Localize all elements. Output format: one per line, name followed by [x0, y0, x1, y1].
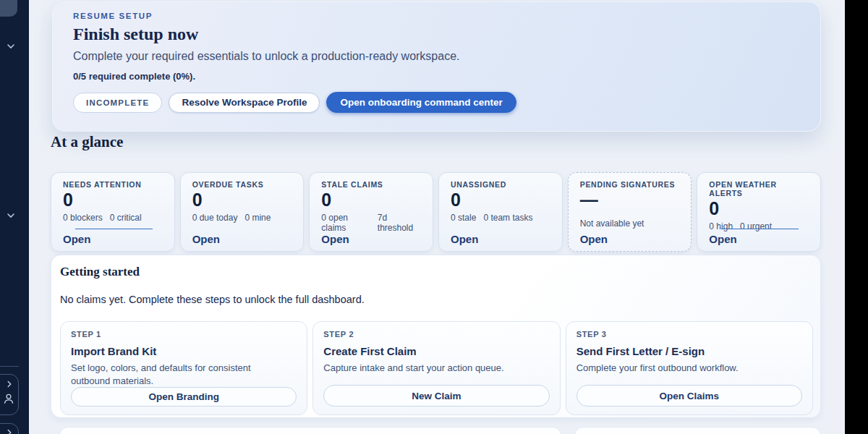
stat-card-stale-claims: STALE CLAIMS 0 0 open claims 7d threshol…: [309, 172, 433, 252]
at-a-glance-heading: At a glance: [51, 133, 123, 151]
main-content: RESUME SETUP Finish setup now Complete y…: [29, 0, 845, 434]
open-onboarding-button[interactable]: Open onboarding command center: [326, 92, 516, 113]
sparkline: [721, 229, 799, 229]
substat: 7d threshold: [378, 213, 421, 233]
stat-card-unassigned: UNASSIGNED 0 0 stale 0 team tasks Open: [438, 172, 563, 252]
step-card-send-first-letter: STEP 3 Send First Letter / E-sign Comple…: [566, 321, 813, 415]
stat-card-substats: 0 blockers 0 critical: [63, 213, 163, 223]
substat: 0 open claims: [321, 213, 370, 233]
steps-row: STEP 1 Import Brand Kit Set logo, colors…: [60, 321, 813, 415]
glance-cards-row: NEEDS ATTENTION 0 0 blockers 0 critical …: [51, 172, 821, 252]
open-link[interactable]: Open: [709, 233, 736, 245]
sidebar-user-panel[interactable]: [0, 374, 19, 415]
substat: 0 urgent: [740, 221, 772, 231]
sidebar: [0, 0, 29, 434]
step-title: Create First Claim: [323, 345, 549, 357]
stat-card-title: PENDING SIGNATURES: [580, 180, 680, 189]
sidebar-logo-block[interactable]: [0, 0, 17, 17]
sidebar-collapse-panel[interactable]: [0, 423, 19, 434]
getting-started-section: Getting started No claims yet. Complete …: [51, 255, 821, 418]
substat: Not available yet: [580, 218, 644, 229]
stat-card-substats: 0 high 0 urgent: [709, 221, 809, 231]
stat-card-value: 0: [451, 190, 550, 209]
chevron-down-icon[interactable]: [5, 41, 17, 52]
sidebar-divider: [0, 366, 19, 367]
stat-card-value: 0: [709, 199, 809, 218]
step-card-create-first-claim: STEP 2 Create First Claim Capture intake…: [312, 321, 560, 415]
stat-card-needs-attention: NEEDS ATTENTION 0 0 blockers 0 critical …: [51, 172, 175, 252]
user-icon: [2, 392, 15, 405]
step-description: Set logo, colors, and defaults for consi…: [71, 362, 288, 387]
stat-card-value: 0: [192, 190, 292, 209]
resume-setup-banner: RESUME SETUP Finish setup now Complete y…: [52, 1, 821, 132]
open-link[interactable]: Open: [321, 233, 349, 245]
open-link[interactable]: Open: [63, 233, 90, 245]
substat: 0 stale: [451, 213, 476, 223]
stat-card-value: —: [580, 190, 680, 209]
open-link[interactable]: Open: [451, 233, 478, 245]
step-description: Complete your first outbound workflow.: [576, 362, 793, 375]
stat-card-title: NEEDS ATTENTION: [63, 180, 163, 189]
substat: 0 team tasks: [483, 213, 532, 223]
step-kicker: STEP 1: [71, 330, 297, 339]
open-link[interactable]: Open: [580, 233, 608, 245]
substat: 0 mine: [244, 213, 271, 223]
resolve-workspace-profile-button[interactable]: Resolve Workspace Profile: [169, 93, 320, 113]
stat-card-value: 0: [321, 190, 421, 209]
stat-card-substats: Not available yet: [580, 218, 680, 229]
chevron-right-icon: [4, 427, 14, 434]
stat-card-title: OVERDUE TASKS: [192, 180, 292, 189]
substat: 0 high: [709, 221, 733, 231]
step-title: Import Brand Kit: [71, 345, 297, 357]
stat-card-title: STALE CLAIMS: [321, 180, 421, 189]
sparkline: [75, 229, 153, 229]
step-description: Capture intake and start your action que…: [323, 362, 540, 375]
banner-kicker: RESUME SETUP: [73, 12, 153, 20]
step-kicker: STEP 2: [323, 330, 549, 339]
open-branding-button[interactable]: Open Branding: [71, 387, 297, 407]
stat-card-overdue-tasks: OVERDUE TASKS 0 0 due today 0 mine Open: [180, 172, 305, 252]
open-claims-button[interactable]: Open Claims: [576, 385, 802, 407]
app-window: RESUME SETUP Finish setup now Complete y…: [0, 0, 845, 434]
step-card-import-brand-kit: STEP 1 Import Brand Kit Set logo, colors…: [60, 321, 307, 415]
stat-card-substats: 0 open claims 7d threshold: [321, 213, 421, 233]
step-title: Send First Letter / E-sign: [576, 345, 802, 357]
getting-started-heading: Getting started: [60, 265, 140, 279]
page-title: Finish setup now: [73, 25, 198, 44]
stat-card-substats: 0 stale 0 team tasks: [451, 213, 550, 223]
clipped-card: [59, 427, 561, 434]
substat: 0 blockers: [63, 213, 103, 223]
banner-actions: INCOMPLETE Resolve Workspace Profile Ope…: [73, 92, 516, 113]
status-badge: INCOMPLETE: [73, 93, 162, 113]
step-kicker: STEP 3: [576, 330, 802, 339]
stat-card-open-weather-alerts: OPEN WEATHER ALERTS 0 0 high 0 urgent Op…: [697, 172, 821, 252]
banner-progress-text: 0/5 required complete (0%).: [73, 71, 195, 82]
viewport-black-strip: [845, 0, 868, 434]
stat-card-value: 0: [63, 190, 163, 209]
chevron-right-icon: [4, 379, 14, 389]
substat: 0 due today: [192, 213, 238, 223]
banner-subtitle: Complete your required essentials to unl…: [73, 50, 460, 63]
substat: 0 critical: [110, 213, 142, 223]
stat-card-title: UNASSIGNED: [451, 180, 550, 189]
getting-started-intro: No claims yet. Complete these steps to u…: [60, 294, 365, 305]
stat-card-substats: 0 due today 0 mine: [192, 213, 292, 223]
chevron-down-icon[interactable]: [5, 210, 17, 221]
clipped-card: [574, 427, 821, 434]
new-claim-button[interactable]: New Claim: [323, 385, 549, 407]
stat-card-title: OPEN WEATHER ALERTS: [709, 180, 809, 197]
open-link[interactable]: Open: [192, 233, 220, 245]
stat-card-pending-signatures: PENDING SIGNATURES — Not available yet O…: [568, 172, 692, 252]
